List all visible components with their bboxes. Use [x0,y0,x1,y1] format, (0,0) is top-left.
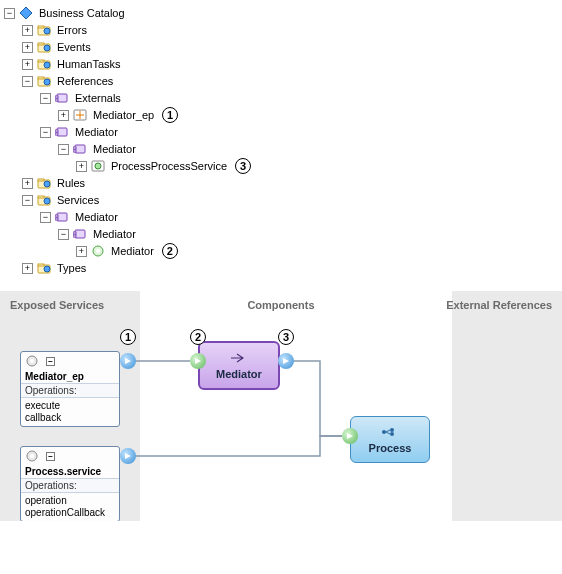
module-icon [55,91,69,105]
port-mediator-ep[interactable] [120,353,136,369]
svc-title: Mediator_ep [21,370,119,383]
expander-references[interactable]: − [22,76,33,87]
component-mediator[interactable]: Mediator [198,341,280,390]
svg-rect-15 [55,99,58,101]
expander-events[interactable]: + [22,42,33,53]
ref-mediator2-label[interactable]: Mediator [91,143,138,155]
svg-point-9 [44,62,50,68]
svg-point-6 [44,45,50,51]
svg-rect-5 [38,43,44,45]
mediator-icon [230,351,244,365]
expander-ref-mediator[interactable]: − [40,127,51,138]
expander-svc-mediator2[interactable]: − [58,229,69,240]
svc-title: Process.service [21,465,119,478]
exposed-service-mediator-ep[interactable]: − Mediator_ep Operations: execute callba… [20,351,120,427]
events-label[interactable]: Events [55,41,93,53]
svg-point-43 [30,359,34,363]
expander-root[interactable]: − [4,8,15,19]
folder-icon [37,40,51,54]
port-process-in[interactable] [342,428,358,444]
component-mediator-label: Mediator [216,368,262,380]
ref-mediator-label[interactable]: Mediator [73,126,120,138]
svc-mediator-label[interactable]: Mediator [73,211,120,223]
svc-mediator3-label[interactable]: Mediator [109,245,156,257]
services-label[interactable]: Services [55,194,101,206]
expander-services[interactable]: − [22,195,33,206]
svc-mediator2-label[interactable]: Mediator [91,228,138,240]
expander-ref-mediator2[interactable]: − [58,144,69,155]
svg-rect-19 [55,133,58,135]
process-icon [381,425,395,439]
expander-types[interactable]: + [22,263,33,274]
references-label[interactable]: References [55,75,115,87]
svg-rect-2 [38,26,44,28]
svg-point-41 [44,266,50,272]
svg-point-3 [44,28,50,34]
component-process[interactable]: Process [350,416,430,463]
humantasks-label[interactable]: HumanTasks [55,58,123,70]
expander-pps[interactable]: + [76,161,87,172]
svg-rect-32 [55,215,58,217]
expander-svc-mediator[interactable]: − [40,212,51,223]
module-icon [73,227,87,241]
port-process-service[interactable] [120,448,136,464]
folder-icon [37,176,51,190]
port-mediator-out[interactable] [278,353,294,369]
expander-humantasks[interactable]: + [22,59,33,70]
pps-label[interactable]: ProcessProcessService [109,160,229,172]
expander-rules[interactable]: + [22,178,33,189]
svg-rect-40 [38,264,44,266]
svg-rect-18 [55,130,58,132]
expander-mediator-ep[interactable]: + [58,110,69,121]
svg-rect-22 [73,150,76,152]
externals-label[interactable]: Externals [73,92,123,104]
canvas-callout-2: 2 [190,329,206,345]
svg-point-27 [44,181,50,187]
gear-icon [25,354,39,368]
folder-icon [37,23,51,37]
collapse-icon[interactable]: − [46,357,55,366]
service-ref-icon [73,108,87,122]
svg-rect-33 [55,218,58,220]
expander-externals[interactable]: − [40,93,51,104]
callout-2: 2 [162,243,178,259]
svc-ops-label: Operations: [21,478,119,493]
interface-icon [91,159,105,173]
types-label[interactable]: Types [55,262,88,274]
expander-svc-mediator3[interactable]: + [76,246,87,257]
mediator-ep-label[interactable]: Mediator_ep [91,109,156,121]
catalog-tree: − Business Catalog + Errors + Events + H… [0,0,562,281]
errors-label[interactable]: Errors [55,24,89,36]
svg-point-48 [390,432,394,436]
composite-canvas: Exposed Services Components External Ref… [0,291,562,521]
component-process-label: Process [369,442,412,454]
canvas-callout-1: 1 [120,329,136,345]
folder-icon [37,193,51,207]
svg-point-45 [30,454,34,458]
collapse-icon[interactable]: − [46,452,55,461]
svg-rect-26 [38,179,44,181]
callout-3: 3 [235,158,251,174]
root-label[interactable]: Business Catalog [37,7,127,19]
port-mediator-in[interactable] [190,353,206,369]
gear-icon [25,449,39,463]
svg-point-46 [382,430,386,434]
svg-rect-35 [73,232,76,234]
svg-point-12 [44,79,50,85]
svg-point-38 [96,249,100,253]
module-icon [55,125,69,139]
folder-icon [37,57,51,71]
expander-errors[interactable]: + [22,25,33,36]
module-icon [73,142,87,156]
catalog-icon [19,6,33,20]
svg-rect-36 [73,235,76,237]
svg-point-24 [95,163,101,169]
svg-marker-0 [20,7,32,19]
svc-op: operationCallback [25,507,115,519]
rules-label[interactable]: Rules [55,177,87,189]
folder-icon [37,74,51,88]
exposed-service-process[interactable]: − Process.service Operations: operation … [20,446,120,521]
svc-op: execute [25,400,115,412]
svg-rect-14 [55,96,58,98]
module-icon [55,210,69,224]
